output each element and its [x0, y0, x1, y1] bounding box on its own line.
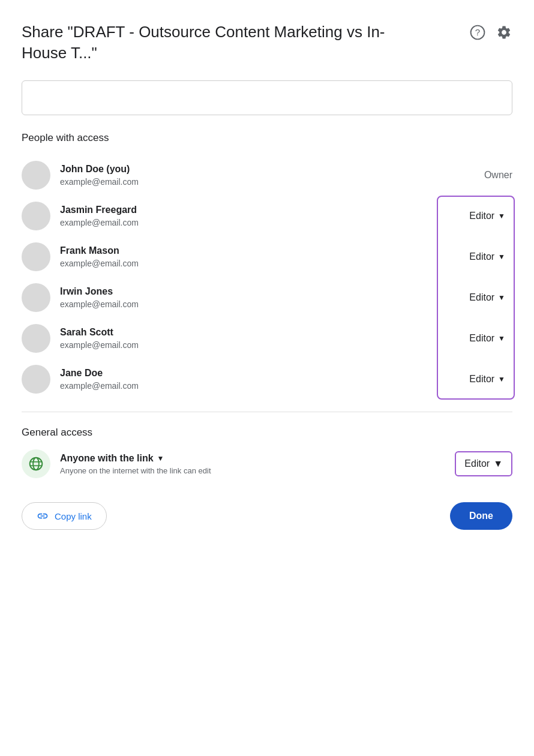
person-row-sarah: Sarah Scott example@email.com Editor ▼: [22, 318, 512, 359]
settings-icon[interactable]: [496, 24, 512, 41]
chevron-icon-jane: ▼: [498, 375, 505, 383]
general-access-row: Anyone with the link ▼ Anyone on the int…: [22, 449, 512, 478]
anyone-link-desc: Anyone on the internet with the link can…: [60, 466, 445, 475]
chevron-icon-frank: ▼: [498, 253, 505, 261]
person-name-irwin: Irwin Jones: [60, 285, 462, 298]
general-role-dropdown[interactable]: Editor ▼: [455, 451, 512, 476]
person-info-irwin: Irwin Jones example@email.com: [60, 285, 462, 310]
role-label-jasmin: Editor: [469, 211, 494, 221]
role-label-irwin: Editor: [469, 292, 494, 303]
section-divider: [22, 412, 512, 412]
dialog-title: Share "DRAFT - Outsource Content Marketi…: [22, 22, 430, 64]
svg-point-2: [30, 458, 43, 470]
people-section-label: People with access: [22, 132, 512, 144]
person-email-john-doe: example@email.com: [60, 176, 477, 188]
copy-link-icon: [37, 510, 49, 522]
role-label-jane: Editor: [469, 374, 494, 385]
person-row-irwin: Irwin Jones example@email.com Editor ▼: [22, 277, 512, 318]
person-row-jane: Jane Doe example@email.com Editor ▼: [22, 359, 512, 400]
role-dropdown-irwin[interactable]: Editor ▼: [462, 287, 512, 308]
person-info-john-doe: John Doe (you) example@email.com: [60, 163, 477, 188]
people-list: John Doe (you) example@email.com Owner J…: [22, 155, 512, 400]
person-info-jane: Jane Doe example@email.com: [60, 367, 462, 392]
search-input[interactable]: [31, 92, 503, 103]
person-name-jane: Jane Doe: [60, 367, 462, 380]
person-info-sarah: Sarah Scott example@email.com: [60, 326, 462, 351]
person-role-john-doe: Owner: [484, 170, 512, 181]
svg-text:?: ?: [475, 27, 480, 37]
person-row-frank: Frank Mason example@email.com Editor ▼: [22, 236, 512, 277]
dialog-header: Share "DRAFT - Outsource Content Marketi…: [22, 22, 512, 64]
done-button[interactable]: Done: [450, 502, 512, 530]
search-input-wrapper[interactable]: [22, 80, 512, 115]
chevron-icon-irwin: ▼: [498, 293, 505, 302]
chevron-icon-jasmin: ▼: [498, 212, 505, 220]
person-email-jane: example@email.com: [60, 380, 462, 392]
avatar-jasmin: [22, 202, 50, 230]
person-info-frank: Frank Mason example@email.com: [60, 244, 462, 269]
general-access-info: Anyone with the link ▼ Anyone on the int…: [60, 453, 445, 475]
person-name-sarah: Sarah Scott: [60, 326, 462, 339]
share-dialog: Share "DRAFT - Outsource Content Marketi…: [0, 0, 534, 756]
person-name-john-doe: John Doe (you): [60, 163, 477, 176]
role-dropdown-frank[interactable]: Editor ▼: [462, 247, 512, 267]
role-dropdown-jasmin[interactable]: Editor ▼: [462, 206, 512, 226]
person-row-john-doe: John Doe (you) example@email.com Owner: [22, 155, 512, 196]
role-label-sarah: Editor: [469, 333, 494, 344]
anyone-link-row: Anyone with the link ▼: [60, 453, 445, 464]
anyone-link-text: Anyone with the link: [60, 453, 154, 464]
avatar-irwin: [22, 283, 50, 312]
general-role-label: Editor: [464, 458, 490, 469]
role-dropdown-jane[interactable]: Editor ▼: [462, 369, 512, 389]
general-role-chevron-icon: ▼: [493, 458, 503, 469]
globe-icon-wrapper: [22, 449, 50, 478]
general-access-label: General access: [22, 427, 512, 439]
person-row-jasmin: Jasmin Freegard example@email.com Editor…: [22, 196, 512, 236]
anyone-link-chevron-icon[interactable]: ▼: [157, 454, 164, 463]
globe-icon: [28, 456, 44, 472]
highlighted-section: Jasmin Freegard example@email.com Editor…: [22, 196, 512, 400]
person-email-frank: example@email.com: [60, 258, 462, 270]
copy-link-button[interactable]: Copy link: [22, 502, 107, 530]
chevron-icon-sarah: ▼: [498, 334, 505, 343]
person-email-irwin: example@email.com: [60, 299, 462, 311]
person-email-sarah: example@email.com: [60, 340, 462, 352]
role-dropdown-sarah[interactable]: Editor ▼: [462, 328, 512, 349]
header-icons: ?: [469, 22, 512, 41]
avatar-jane: [22, 365, 50, 394]
done-label: Done: [469, 511, 493, 521]
person-info-jasmin: Jasmin Freegard example@email.com: [60, 203, 462, 229]
dialog-footer: Copy link Done: [22, 502, 512, 530]
role-label-frank: Editor: [469, 251, 494, 262]
avatar-sarah: [22, 324, 50, 353]
avatar-frank: [22, 242, 50, 271]
help-icon[interactable]: ?: [469, 24, 486, 41]
copy-link-label: Copy link: [55, 511, 92, 521]
person-name-frank: Frank Mason: [60, 244, 462, 257]
person-name-jasmin: Jasmin Freegard: [60, 203, 462, 217]
svg-point-3: [33, 458, 39, 470]
avatar-john-doe: [22, 161, 50, 190]
general-access-section: General access Anyone with the link ▼ An…: [22, 427, 512, 478]
person-email-jasmin: example@email.com: [60, 217, 462, 229]
